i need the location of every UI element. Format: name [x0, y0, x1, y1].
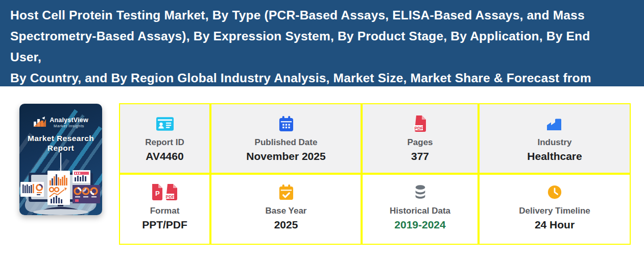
info-value: AV4460	[146, 150, 183, 162]
factory-icon	[546, 117, 563, 131]
info-cell-delivery-timeline: Delivery Timeline 24 Hour	[479, 174, 631, 245]
info-cell-format: P PDF Format PPT/PDF	[119, 174, 210, 245]
info-cell-industry: Industry Healthcare	[479, 103, 631, 174]
info-cell-base-year: Base Year 2025	[210, 174, 362, 245]
info-label: Report ID	[145, 137, 184, 148]
cover-title: Market Research Report	[19, 133, 102, 153]
calendar-check-icon	[279, 184, 294, 200]
info-value: Healthcare	[527, 150, 582, 162]
info-value: PPT/PDF	[142, 219, 187, 231]
brand-chart-icon	[33, 116, 46, 128]
database-icon	[413, 184, 428, 200]
info-value: 2025	[274, 219, 298, 231]
info-label: Historical Data	[390, 206, 450, 216]
page-header: Host Cell Protein Testing Market, By Typ…	[0, 0, 644, 86]
info-label: Delivery Timeline	[519, 206, 590, 216]
info-label: Base Year	[266, 206, 307, 216]
calendar-icon	[279, 116, 294, 132]
report-info-grid: Report ID AV4460 Published Date November…	[119, 103, 631, 245]
monitor-charts-illustration	[19, 170, 102, 215]
info-label: Pages	[407, 137, 433, 148]
info-cell-published-date: Published Date November 2025	[210, 103, 362, 174]
info-value: November 2025	[246, 150, 325, 162]
info-cell-pages: PDF Pages 377	[362, 103, 479, 174]
info-value: 2019-2024	[394, 219, 445, 231]
info-cell-historical-data: Historical Data 2019-2024	[362, 174, 479, 245]
pdf-file-icon: PDF	[414, 115, 427, 132]
info-value: 377	[411, 150, 429, 162]
svg-text:PDF: PDF	[414, 126, 423, 131]
brand-tagline: Market Insights	[50, 124, 88, 128]
info-label: Format	[150, 206, 180, 216]
info-label: Industry	[537, 137, 571, 148]
report-summary-section: AnalystView Market Insights Market Resea…	[0, 86, 644, 256]
info-label: Published Date	[255, 137, 318, 148]
clock-icon	[547, 184, 562, 200]
brand-name: AnalystView	[50, 117, 88, 124]
svg-text:P: P	[155, 190, 160, 197]
svg-text:PDF: PDF	[165, 194, 174, 199]
id-card-icon	[156, 117, 174, 131]
info-value: 24 Hour	[535, 219, 575, 231]
report-cover-image: AnalystView Market Insights Market Resea…	[19, 104, 102, 215]
ppt-pdf-files-icon: P PDF	[151, 184, 179, 200]
info-cell-report-id: Report ID AV4460	[119, 103, 210, 174]
brand-logo: AnalystView Market Insights	[19, 116, 102, 128]
